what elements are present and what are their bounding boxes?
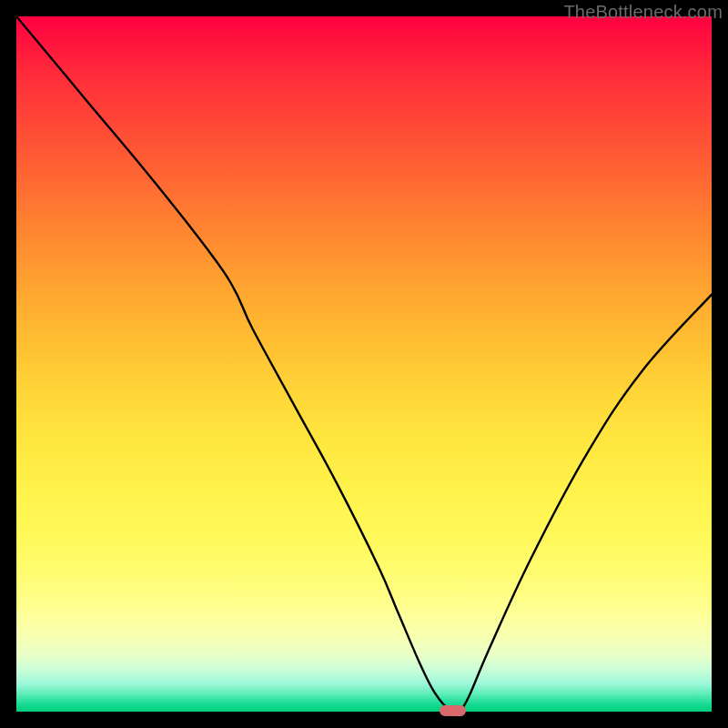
chart-container: TheBottleneck.com <box>0 0 728 728</box>
bottleneck-curve <box>16 16 712 712</box>
optimal-marker <box>440 705 466 716</box>
plot-area <box>16 16 712 712</box>
attribution-text: TheBottleneck.com <box>563 2 723 23</box>
